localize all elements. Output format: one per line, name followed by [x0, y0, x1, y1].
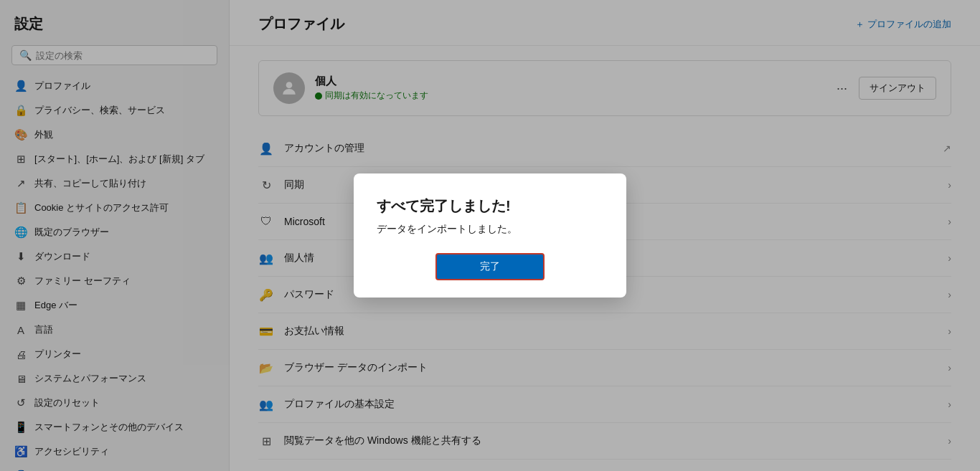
modal-done-button[interactable]: 完了 — [435, 253, 545, 280]
modal-title: すべて完了しました! — [377, 196, 603, 216]
modal-body: データをインポートしました。 — [377, 223, 603, 236]
modal-overlay: すべて完了しました! データをインポートしました。 完了 — [0, 0, 980, 471]
modal-actions: 完了 — [377, 253, 603, 280]
modal-dialog: すべて完了しました! データをインポートしました。 完了 — [354, 173, 626, 298]
